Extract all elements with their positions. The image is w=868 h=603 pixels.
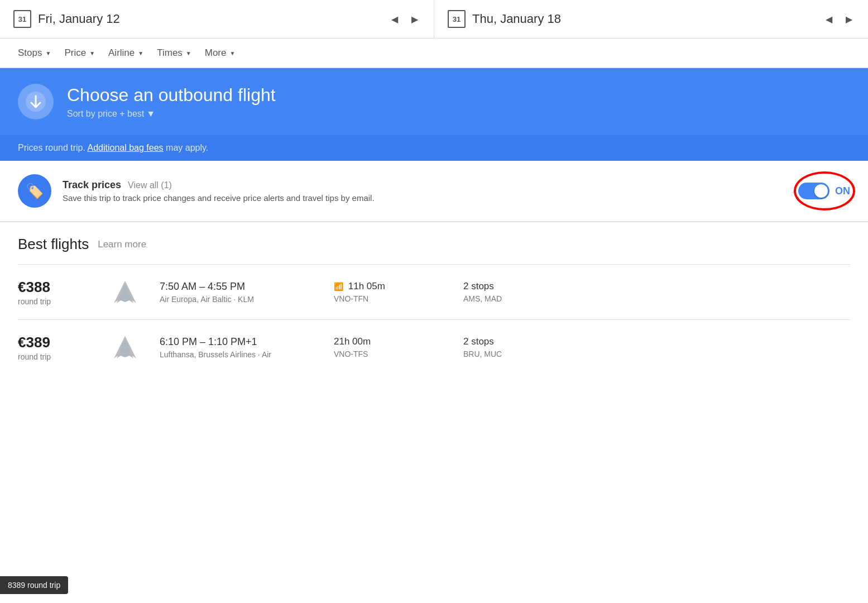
return-next-arrow[interactable]: ▶: [843, 12, 855, 27]
filter-price[interactable]: Price ▼: [64, 47, 95, 59]
return-prev-arrow[interactable]: ◀: [823, 12, 835, 27]
return-nav-arrows: ◀ ▶: [823, 12, 855, 27]
flight-duration-2: 21h 00m VNO-TFS: [334, 336, 445, 358]
filter-bar: Stops ▼ Price ▼ Airline ▼ Times ▼ More ▼: [0, 39, 868, 68]
price-label-1: round trip: [18, 297, 90, 306]
return-calendar-icon: 31: [448, 10, 466, 28]
sort-arrow-icon: ▼: [146, 109, 155, 119]
airline-logo-1: [108, 278, 142, 306]
outbound-next-arrow[interactable]: ▶: [409, 12, 420, 27]
choose-flight-icon: [18, 84, 54, 119]
flights-section: Best flights Learn more €388 round trip …: [0, 222, 868, 375]
track-content: Track prices View all (1) Save this trip…: [63, 179, 787, 203]
toggle-wrapper: ON: [798, 183, 850, 199]
view-all-link[interactable]: View all (1): [128, 180, 172, 190]
stop-cities-1: AMS, MAD: [463, 294, 547, 303]
return-date-cell[interactable]: 31 Thu, January 18 ◀ ▶: [434, 0, 868, 38]
track-section: 🏷️ Track prices View all (1) Save this t…: [0, 161, 868, 222]
flight-stops-1: 2 stops AMS, MAD: [463, 281, 547, 303]
filter-stops[interactable]: Stops ▼: [18, 47, 51, 59]
track-prices-toggle[interactable]: [798, 183, 829, 199]
stops-count-1: 2 stops: [463, 281, 547, 292]
toggle-on-label: ON: [835, 185, 850, 197]
outbound-date-text: Fri, January 12: [38, 12, 382, 26]
outbound-nav-arrows: ◀ ▶: [389, 12, 420, 27]
track-prices-label: Track prices: [63, 179, 121, 191]
more-arrow-icon: ▼: [229, 50, 235, 56]
bottom-price-badge: 8389 round trip: [0, 576, 68, 594]
departure-arrival-1: 7:50 AM – 4:55 PM: [160, 281, 316, 293]
duration-value-1: 📶 11h 05m: [334, 281, 445, 292]
date-header: 31 Fri, January 12 ◀ ▶ 31 Thu, January 1…: [0, 0, 868, 39]
flight-price-1: €388 round trip: [18, 279, 90, 306]
flight-stops-2: 2 stops BRU, MUC: [463, 336, 547, 358]
stops-count-2: 2 stops: [463, 336, 547, 347]
departure-arrival-2: 6:10 PM – 1:10 PM+1: [160, 336, 316, 348]
times-arrow-icon: ▼: [186, 50, 191, 56]
filter-more[interactable]: More ▼: [205, 47, 236, 59]
choose-title: Choose an outbound flight: [67, 85, 276, 106]
learn-more-link[interactable]: Learn more: [98, 239, 146, 250]
filter-airline[interactable]: Airline ▼: [108, 47, 143, 59]
track-title-row: Track prices View all (1): [63, 179, 787, 191]
bag-fees-link[interactable]: Additional bag fees: [88, 143, 164, 152]
outbound-date-cell[interactable]: 31 Fri, January 12 ◀ ▶: [0, 0, 434, 38]
airline-logo-2: [108, 333, 142, 361]
flight-times-2: 6:10 PM – 1:10 PM+1 Lufthansa, Brussels …: [160, 336, 316, 359]
route-1: VNO-TFN: [334, 294, 445, 303]
flight-row[interactable]: €389 round trip 6:10 PM – 1:10 PM+1 Luft…: [18, 319, 850, 375]
outbound-calendar-icon: 31: [13, 10, 31, 28]
flight-duration-1: 📶 11h 05m VNO-TFN: [334, 281, 445, 303]
choose-banner: Choose an outbound flight Sort by price …: [0, 68, 868, 135]
best-flights-heading: Best flights: [18, 236, 89, 253]
outbound-prev-arrow[interactable]: ◀: [389, 12, 400, 27]
airline-name-2: Lufthansa, Brussels Airlines · Air: [160, 350, 316, 359]
airline-name-1: Air Europa, Air Baltic · KLM: [160, 295, 316, 304]
wifi-icon-1: 📶: [334, 282, 343, 291]
flights-header: Best flights Learn more: [18, 236, 850, 253]
filter-times[interactable]: Times ▼: [157, 47, 191, 59]
flight-times-1: 7:50 AM – 4:55 PM Air Europa, Air Baltic…: [160, 281, 316, 304]
track-prices-icon: 🏷️: [18, 174, 51, 208]
toggle-knob: [814, 184, 828, 198]
price-arrow-icon: ▼: [89, 50, 95, 56]
flight-price-2: €389 round trip: [18, 334, 90, 361]
flight-row[interactable]: €388 round trip 7:50 AM – 4:55 PM Air Eu…: [18, 264, 850, 319]
price-value-1: €388: [18, 279, 90, 296]
price-label-2: round trip: [18, 352, 90, 361]
sort-text[interactable]: Sort by price + best ▼: [67, 109, 276, 119]
airline-arrow-icon: ▼: [138, 50, 143, 56]
return-date-text: Thu, January 18: [472, 12, 817, 26]
choose-text: Choose an outbound flight Sort by price …: [67, 85, 276, 119]
stop-cities-2: BRU, MUC: [463, 350, 547, 358]
track-description: Save this trip to track price changes an…: [63, 193, 787, 203]
stops-arrow-icon: ▼: [45, 50, 51, 56]
info-bar: Prices round trip. Additional bag fees m…: [0, 135, 868, 161]
price-value-2: €389: [18, 334, 90, 351]
duration-value-2: 21h 00m: [334, 336, 445, 347]
route-2: VNO-TFS: [334, 350, 445, 358]
